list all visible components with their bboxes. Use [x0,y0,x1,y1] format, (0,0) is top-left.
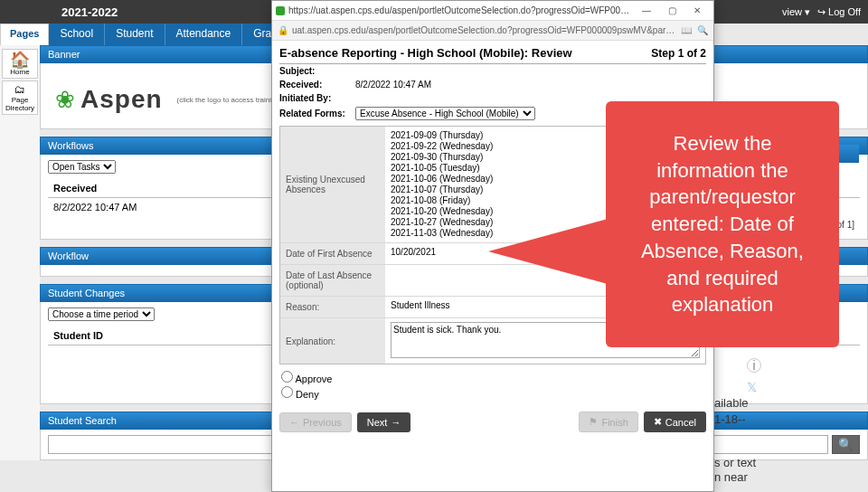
instruction-callout: Review the information the parent/reques… [606,101,839,347]
side-dir-label: Page Directory [3,96,37,112]
tab-student[interactable]: Student [105,24,165,45]
last-absence-label: Date of Last Absence (optional) [280,265,385,296]
fragment-ailable: ailable [714,396,749,410]
side-home-label: Home [3,68,37,76]
next-label: Next [367,417,388,428]
close-icon: ✖ [654,416,662,428]
callout-tail [488,219,608,284]
folder-icon: 🗂 [3,83,37,96]
finish-button: ⚑Finish [579,412,637,432]
flag-icon: ⚑ [589,416,598,428]
deny-label: Deny [296,389,319,400]
window-maximize-button[interactable]: ▢ [659,3,684,19]
next-button[interactable]: Next→ [357,412,411,432]
explanation-label: Explanation: [280,318,385,364]
tab-attendance[interactable]: Attendance [165,24,243,45]
reader-icon[interactable]: 📖 [681,25,692,35]
tab-pages[interactable]: Pages [0,24,49,45]
subject-label: Subject: [279,66,355,76]
previous-button: ←Previous [279,412,352,432]
reason-label: Reason: [280,297,385,317]
finish-label: Finish [601,417,627,428]
received-value: 8/2/2022 10:47 AM [355,80,431,90]
school-year: 2021-2022 [61,5,118,19]
address-text[interactable]: uat.aspen.cps.edu/aspen/portletOutcomeSe… [292,25,675,35]
zoom-icon[interactable]: 🔍 [697,25,708,35]
initiated-label: Initiated By: [279,93,355,103]
window-close-button[interactable]: ✕ [684,3,710,19]
aspen-leaf-icon: ❀ [55,86,75,114]
modal-buttons: ←Previous Next→ ⚑Finish ✖Cancel [279,406,706,432]
window-minimize-button[interactable]: — [634,3,659,19]
approve-radio[interactable] [281,371,293,383]
home-icon: 🏠 [3,52,37,68]
side-page-directory[interactable]: 🗂 Page Directory [2,80,38,115]
address-bar: 🔒 uat.aspen.cps.edu/aspen/portletOutcome… [272,21,713,41]
arrow-right-icon: → [391,417,401,428]
fragment-ortext: s or text [714,456,756,469]
deny-option[interactable]: Deny [281,385,704,401]
search-icon: 🔍 [838,438,854,451]
time-period-select[interactable]: Choose a time period [48,308,155,321]
approve-option[interactable]: Approve [281,370,704,385]
info-icon[interactable]: i [747,358,761,373]
window-title: https://uat.aspen.cps.edu/aspen/portletO… [288,5,634,15]
twitter-icon[interactable]: 𝕏 [747,380,757,394]
related-forms-select[interactable]: Excuse Absence - High School (Mobile) [355,107,535,120]
window-titlebar[interactable]: https://uat.aspen.cps.edu/aspen/portletO… [272,1,713,21]
tab-school[interactable]: School [49,24,105,45]
lock-icon: 🔒 [278,25,288,35]
modal-heading: E-absence Reporting - High School (Mobil… [279,46,651,60]
arrow-left-icon: ← [289,417,299,428]
side-home[interactable]: 🏠 Home [2,49,38,79]
view-dropdown[interactable]: view [782,6,810,18]
favicon-icon [276,6,285,15]
cancel-button[interactable]: ✖Cancel [644,412,706,432]
logoff-link[interactable]: Log Off [817,6,861,18]
modal-step: Step 1 of 2 [651,47,706,60]
received-label: Received: [279,80,355,90]
approve-label: Approve [295,374,332,384]
student-search-button[interactable]: 🔍 [832,435,860,454]
aspen-logo[interactable]: Aspen [80,85,163,114]
workflows-filter-select[interactable]: Open Tasks [48,160,116,174]
deny-radio[interactable] [281,386,293,398]
fragment-near: n near [714,470,748,484]
previous-label: Previous [303,417,342,428]
side-nav: 🏠 Home 🗂 Page Directory [0,45,40,460]
fragment-date: 1-18-- [714,412,746,426]
cancel-label: Cancel [665,417,696,428]
existing-absences-label: Existing Unexcused Absences [280,127,385,242]
related-forms-label: Related Forms: [279,109,355,118]
decision-radios: Approve Deny [279,364,706,406]
first-absence-label: Date of First Absence [280,243,385,264]
